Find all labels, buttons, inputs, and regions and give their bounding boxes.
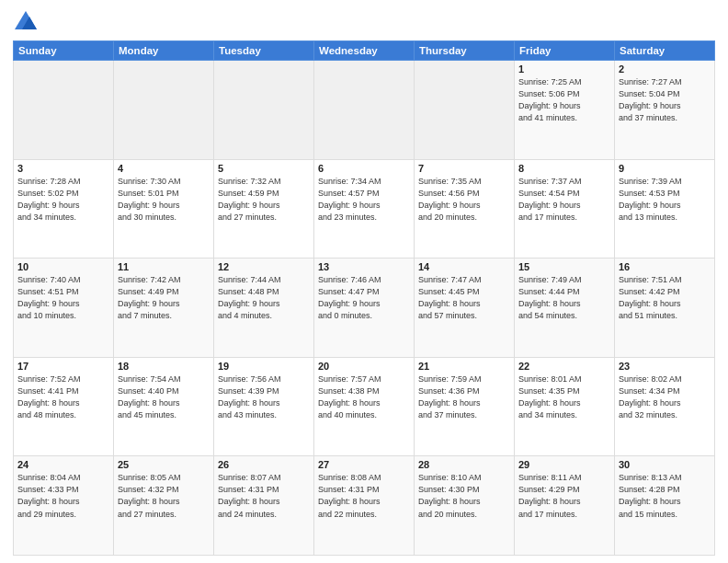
calendar-cell: 28Sunrise: 8:10 AM Sunset: 4:30 PM Dayli… — [415, 456, 515, 556]
day-number: 2 — [619, 63, 711, 75]
calendar-cell: 10Sunrise: 7:40 AM Sunset: 4:51 PM Dayli… — [14, 259, 114, 358]
calendar-cell: 25Sunrise: 8:05 AM Sunset: 4:32 PM Dayli… — [114, 456, 214, 556]
calendar-cell: 3Sunrise: 7:28 AM Sunset: 5:02 PM Daylig… — [14, 159, 114, 259]
day-info: Sunrise: 7:42 AM Sunset: 4:49 PM Dayligh… — [118, 274, 210, 322]
day-number: 3 — [17, 163, 109, 174]
day-info: Sunrise: 7:56 AM Sunset: 4:39 PM Dayligh… — [218, 373, 310, 421]
calendar-cell: 12Sunrise: 7:44 AM Sunset: 4:48 PM Dayli… — [214, 259, 314, 358]
calendar-table: SundayMondayTuesdayWednesdayThursdayFrid… — [13, 40, 715, 556]
calendar-cell: 22Sunrise: 8:01 AM Sunset: 4:35 PM Dayli… — [515, 357, 615, 456]
calendar-cell: 29Sunrise: 8:11 AM Sunset: 4:29 PM Dayli… — [515, 456, 615, 556]
day-number: 16 — [619, 261, 711, 272]
day-number: 18 — [118, 361, 210, 372]
day-number: 13 — [318, 261, 410, 272]
calendar-cell: 18Sunrise: 7:54 AM Sunset: 4:40 PM Dayli… — [114, 357, 214, 456]
day-info: Sunrise: 7:37 AM Sunset: 4:54 PM Dayligh… — [518, 176, 610, 224]
day-info: Sunrise: 7:44 AM Sunset: 4:48 PM Dayligh… — [218, 274, 310, 322]
calendar-cell: 24Sunrise: 8:04 AM Sunset: 4:33 PM Dayli… — [14, 456, 114, 556]
day-info: Sunrise: 8:02 AM Sunset: 4:34 PM Dayligh… — [619, 373, 711, 421]
logo-icon — [13, 9, 39, 35]
calendar-week-row: 10Sunrise: 7:40 AM Sunset: 4:51 PM Dayli… — [14, 259, 715, 358]
day-info: Sunrise: 7:59 AM Sunset: 4:36 PM Dayligh… — [418, 373, 510, 421]
calendar-week-row: 3Sunrise: 7:28 AM Sunset: 5:02 PM Daylig… — [14, 159, 715, 259]
calendar-cell: 5Sunrise: 7:32 AM Sunset: 4:59 PM Daylig… — [214, 159, 314, 259]
calendar-header-wednesday: Wednesday — [314, 41, 415, 61]
day-info: Sunrise: 8:05 AM Sunset: 4:32 PM Dayligh… — [118, 472, 210, 520]
calendar-cell: 30Sunrise: 8:13 AM Sunset: 4:28 PM Dayli… — [615, 456, 715, 556]
calendar-cell: 1Sunrise: 7:25 AM Sunset: 5:06 PM Daylig… — [515, 61, 615, 160]
day-info: Sunrise: 7:25 AM Sunset: 5:06 PM Dayligh… — [518, 76, 610, 124]
calendar-week-row: 1Sunrise: 7:25 AM Sunset: 5:06 PM Daylig… — [14, 61, 715, 160]
day-info: Sunrise: 7:39 AM Sunset: 4:53 PM Dayligh… — [619, 176, 711, 224]
day-number: 26 — [218, 459, 310, 470]
day-info: Sunrise: 7:49 AM Sunset: 4:44 PM Dayligh… — [518, 274, 610, 322]
day-info: Sunrise: 7:46 AM Sunset: 4:47 PM Dayligh… — [318, 274, 410, 322]
calendar-header-thursday: Thursday — [415, 41, 515, 61]
day-info: Sunrise: 8:10 AM Sunset: 4:30 PM Dayligh… — [418, 472, 510, 520]
day-number: 27 — [318, 459, 410, 470]
calendar-header-tuesday: Tuesday — [214, 41, 314, 61]
day-number: 30 — [619, 459, 711, 470]
day-number: 14 — [418, 261, 510, 272]
day-info: Sunrise: 7:40 AM Sunset: 4:51 PM Dayligh… — [17, 274, 109, 322]
day-info: Sunrise: 7:27 AM Sunset: 5:04 PM Dayligh… — [619, 76, 711, 124]
calendar-header-row: SundayMondayTuesdayWednesdayThursdayFrid… — [14, 41, 715, 61]
day-number: 22 — [518, 361, 610, 372]
day-info: Sunrise: 7:34 AM Sunset: 4:57 PM Dayligh… — [318, 176, 410, 224]
calendar-cell: 4Sunrise: 7:30 AM Sunset: 5:01 PM Daylig… — [114, 159, 214, 259]
day-number: 9 — [619, 163, 711, 174]
day-number: 10 — [17, 261, 109, 272]
calendar-cell: 8Sunrise: 7:37 AM Sunset: 4:54 PM Daylig… — [515, 159, 615, 259]
day-info: Sunrise: 7:28 AM Sunset: 5:02 PM Dayligh… — [17, 176, 109, 224]
day-info: Sunrise: 8:11 AM Sunset: 4:29 PM Dayligh… — [518, 472, 610, 520]
day-info: Sunrise: 7:54 AM Sunset: 4:40 PM Dayligh… — [118, 373, 210, 421]
logo — [13, 9, 42, 35]
calendar-week-row: 24Sunrise: 8:04 AM Sunset: 4:33 PM Dayli… — [14, 456, 715, 556]
day-info: Sunrise: 7:52 AM Sunset: 4:41 PM Dayligh… — [17, 373, 109, 421]
calendar-cell: 9Sunrise: 7:39 AM Sunset: 4:53 PM Daylig… — [615, 159, 715, 259]
day-number: 6 — [318, 163, 410, 174]
day-number: 24 — [17, 459, 109, 470]
calendar-cell: 17Sunrise: 7:52 AM Sunset: 4:41 PM Dayli… — [14, 357, 114, 456]
calendar-cell — [14, 61, 114, 160]
calendar-cell: 2Sunrise: 7:27 AM Sunset: 5:04 PM Daylig… — [615, 61, 715, 160]
calendar-cell — [314, 61, 415, 160]
day-info: Sunrise: 7:57 AM Sunset: 4:38 PM Dayligh… — [318, 373, 410, 421]
calendar-week-row: 17Sunrise: 7:52 AM Sunset: 4:41 PM Dayli… — [14, 357, 715, 456]
calendar-cell: 11Sunrise: 7:42 AM Sunset: 4:49 PM Dayli… — [114, 259, 214, 358]
calendar-cell — [214, 61, 314, 160]
day-info: Sunrise: 7:51 AM Sunset: 4:42 PM Dayligh… — [619, 274, 711, 322]
calendar-header-sunday: Sunday — [14, 41, 114, 61]
day-info: Sunrise: 8:13 AM Sunset: 4:28 PM Dayligh… — [619, 472, 711, 520]
day-number: 23 — [619, 361, 711, 372]
day-info: Sunrise: 8:01 AM Sunset: 4:35 PM Dayligh… — [518, 373, 610, 421]
day-info: Sunrise: 7:35 AM Sunset: 4:56 PM Dayligh… — [418, 176, 510, 224]
calendar-cell — [114, 61, 214, 160]
calendar-cell: 27Sunrise: 8:08 AM Sunset: 4:31 PM Dayli… — [314, 456, 415, 556]
day-number: 15 — [518, 261, 610, 272]
calendar-cell: 21Sunrise: 7:59 AM Sunset: 4:36 PM Dayli… — [415, 357, 515, 456]
day-number: 21 — [418, 361, 510, 372]
day-info: Sunrise: 7:47 AM Sunset: 4:45 PM Dayligh… — [418, 274, 510, 322]
day-number: 11 — [118, 261, 210, 272]
header — [13, 9, 715, 35]
day-number: 4 — [118, 163, 210, 174]
calendar-cell: 20Sunrise: 7:57 AM Sunset: 4:38 PM Dayli… — [314, 357, 415, 456]
calendar-cell: 15Sunrise: 7:49 AM Sunset: 4:44 PM Dayli… — [515, 259, 615, 358]
day-number: 5 — [218, 163, 310, 174]
day-number: 20 — [318, 361, 410, 372]
day-info: Sunrise: 7:32 AM Sunset: 4:59 PM Dayligh… — [218, 176, 310, 224]
calendar-header-saturday: Saturday — [615, 41, 715, 61]
day-number: 7 — [418, 163, 510, 174]
day-number: 19 — [218, 361, 310, 372]
day-number: 12 — [218, 261, 310, 272]
calendar-cell: 23Sunrise: 8:02 AM Sunset: 4:34 PM Dayli… — [615, 357, 715, 456]
day-number: 1 — [518, 63, 610, 75]
calendar-cell: 16Sunrise: 7:51 AM Sunset: 4:42 PM Dayli… — [615, 259, 715, 358]
calendar-cell: 19Sunrise: 7:56 AM Sunset: 4:39 PM Dayli… — [214, 357, 314, 456]
calendar-cell: 14Sunrise: 7:47 AM Sunset: 4:45 PM Dayli… — [415, 259, 515, 358]
calendar-cell: 26Sunrise: 8:07 AM Sunset: 4:31 PM Dayli… — [214, 456, 314, 556]
day-number: 25 — [118, 459, 210, 470]
calendar-cell: 13Sunrise: 7:46 AM Sunset: 4:47 PM Dayli… — [314, 259, 415, 358]
day-number: 29 — [518, 459, 610, 470]
